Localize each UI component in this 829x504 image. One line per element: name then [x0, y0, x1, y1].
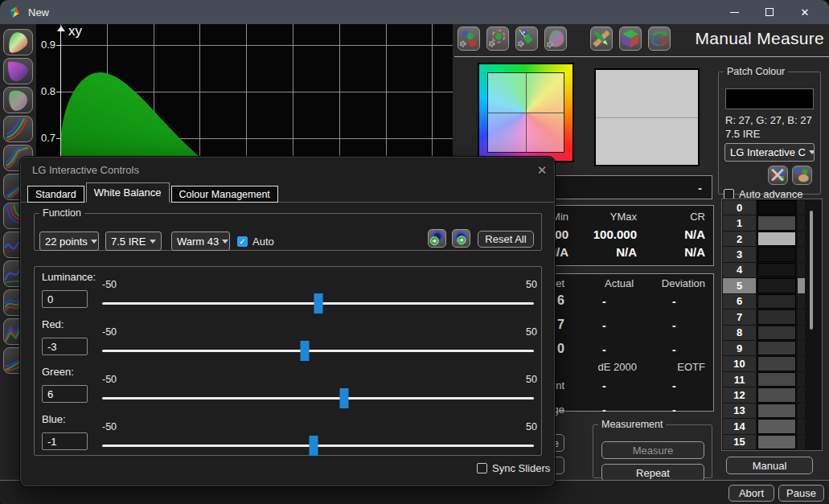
- dialog-close-button[interactable]: ✕: [534, 162, 550, 178]
- auto-checkbox[interactable]: ✓: [237, 236, 248, 247]
- chevron-down-icon: [222, 240, 228, 244]
- green-slider-row: Green: -50 50: [42, 366, 541, 411]
- deviation-lum: -: [672, 343, 676, 356]
- luminance-slider-handle[interactable]: [314, 293, 322, 313]
- tab-colour-management[interactable]: Colour Management: [171, 186, 278, 203]
- patch-row-9[interactable]: 9: [723, 341, 821, 355]
- ymax-value-2: N/A: [616, 245, 637, 259]
- patch-row-5-selected[interactable]: 5: [723, 278, 821, 293]
- patch-shade: [757, 387, 796, 402]
- patch-row-12[interactable]: 12: [723, 387, 821, 402]
- measure-button[interactable]: Measure: [601, 441, 704, 459]
- red-input[interactable]: [42, 338, 88, 355]
- green-input[interactable]: [42, 385, 88, 403]
- patch-shade: [757, 356, 796, 371]
- patch-row-15[interactable]: 15: [723, 435, 821, 449]
- slider-min-label: -50: [102, 279, 117, 290]
- transfer-left-button[interactable]: [428, 229, 446, 248]
- ymax-value: 100.000: [593, 227, 637, 241]
- reset-all-button[interactable]: Reset All: [478, 231, 534, 248]
- profiling-icon[interactable]: [458, 27, 480, 51]
- deviation-y: -: [672, 319, 676, 332]
- measurement-legend: Measurement: [598, 419, 666, 430]
- patch-row-14[interactable]: 14: [723, 419, 821, 433]
- red-slider-track[interactable]: [102, 350, 534, 352]
- patch-tail: [798, 200, 805, 215]
- pause-button[interactable]: Pause: [778, 485, 824, 502]
- sidebar-gamut-3d-icon[interactable]: [3, 87, 33, 113]
- sidebar-cie-uv-icon[interactable]: [3, 58, 33, 84]
- patch-row-11[interactable]: 11: [723, 372, 821, 387]
- probe-icon[interactable]: [515, 27, 538, 51]
- status-value: -: [698, 182, 702, 195]
- red-label: Red:: [42, 318, 64, 330]
- patch-row-4[interactable]: 4: [723, 263, 821, 277]
- close-button[interactable]: ✕: [787, 0, 823, 24]
- tab-white-balance-label: White Balance: [94, 186, 162, 199]
- calibration-icon[interactable]: [486, 27, 509, 51]
- clear-patches-button[interactable]: [768, 166, 788, 185]
- patch-shade: [757, 309, 796, 324]
- transfer-right-button[interactable]: [452, 229, 470, 248]
- sync-sliders-row: Sync Sliders: [477, 462, 550, 474]
- point-eotf: -: [672, 379, 676, 392]
- dialog-title: LG Interactive Controls: [32, 164, 139, 176]
- green-slider-handle[interactable]: [339, 388, 348, 408]
- points-dropdown[interactable]: 22 points: [39, 232, 99, 251]
- point-de: -: [602, 379, 606, 392]
- blue-input[interactable]: [42, 432, 88, 450]
- minimize-button[interactable]: [716, 0, 752, 24]
- patch-row-0[interactable]: 0: [723, 200, 821, 215]
- patch-shade: [757, 278, 796, 293]
- patch-row-13[interactable]: 13: [723, 404, 821, 418]
- window-title: New: [28, 6, 49, 18]
- gamut-icon[interactable]: [544, 27, 567, 51]
- luminance-label: Luminance:: [42, 271, 96, 283]
- patch-row-1[interactable]: 1: [723, 215, 821, 230]
- sidebar-cie-xy-icon[interactable]: [3, 29, 33, 55]
- patch-colour-group: Patch Colour R: 27, G: 27, B: 27 7.5 IRE…: [718, 66, 821, 195]
- patch-list: 0 1 2 3 4 5 6 7 8 9 10 11 12 13 14 15: [721, 199, 823, 451]
- patch-row-7[interactable]: 7: [723, 309, 821, 324]
- sidebar-eotf-curves-icon[interactable]: [3, 116, 33, 142]
- patch-list-scrollbar[interactable]: [810, 211, 813, 330]
- tick-mark: [56, 45, 60, 46]
- patch-preview-square: [594, 68, 700, 166]
- patch-shade: [757, 419, 796, 433]
- patch-row-6[interactable]: 6: [723, 294, 821, 309]
- slider-min-label: -50: [102, 421, 117, 432]
- page-title: Manual Measure: [687, 29, 824, 48]
- luminance-input[interactable]: [42, 290, 88, 308]
- sync-icon[interactable]: [648, 27, 671, 51]
- patch-set-button[interactable]: [792, 166, 812, 185]
- patch-shade: [757, 294, 796, 309]
- preset-value: Warm 43: [177, 236, 219, 248]
- sync-sliders-checkbox[interactable]: [477, 463, 487, 473]
- patch-tail: [798, 294, 805, 309]
- auto-row: ✓ Auto: [237, 236, 274, 248]
- patch-row-3[interactable]: 3: [723, 247, 821, 261]
- toolbar-group-2: [590, 27, 671, 51]
- patch-tail: [798, 263, 805, 277]
- patch-num: 14: [723, 419, 756, 433]
- app-logo-icon: [8, 6, 21, 18]
- red-slider-handle[interactable]: [301, 341, 310, 361]
- preset-dropdown[interactable]: Warm 43: [171, 232, 230, 251]
- maximize-button[interactable]: [752, 0, 787, 24]
- measure-icon[interactable]: [590, 27, 613, 51]
- patch-row-10[interactable]: 10: [723, 356, 821, 371]
- colour-cube-icon[interactable]: [619, 27, 642, 51]
- blue-slider-row: Blue: -50 50: [42, 413, 541, 458]
- blue-slider-handle[interactable]: [310, 436, 318, 456]
- ire-dropdown[interactable]: 7.5 IRE: [105, 232, 162, 251]
- patch-preset-dropdown[interactable]: LG Interactive C: [724, 143, 815, 162]
- patch-row-8[interactable]: 8: [723, 326, 821, 340]
- repeat-button[interactable]: Repeat: [601, 464, 704, 481]
- abort-button[interactable]: Abort: [728, 485, 774, 502]
- tab-white-balance[interactable]: White Balance: [86, 182, 170, 203]
- green-slider-track[interactable]: [102, 397, 534, 400]
- patch-row-2[interactable]: 2: [723, 232, 821, 246]
- red-slider-row: Red: -50 50: [42, 318, 541, 363]
- tab-standard[interactable]: Standard: [27, 186, 84, 203]
- manual-button[interactable]: Manual: [726, 457, 813, 474]
